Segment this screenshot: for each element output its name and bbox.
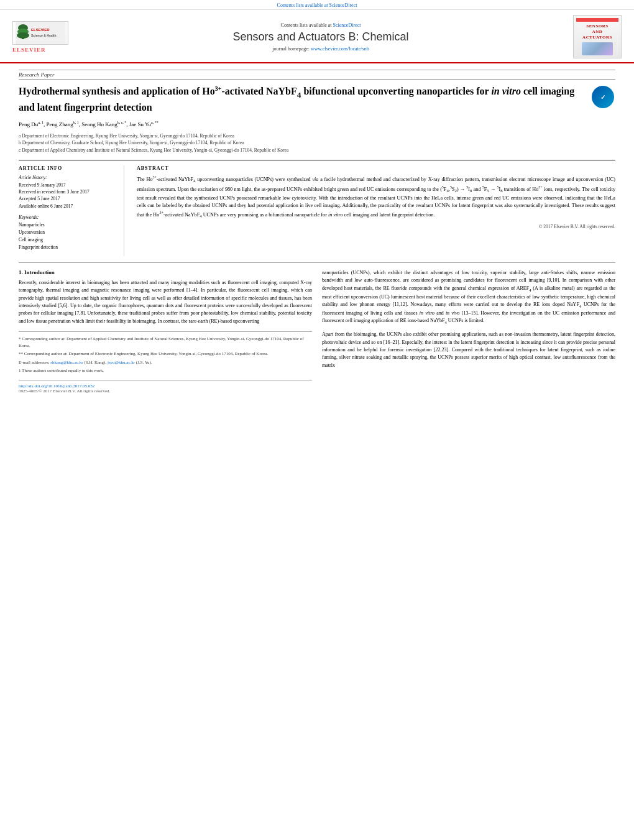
intro-paragraph-2: nanoparticles (UCNPs), which exhibit the… — [322, 269, 615, 326]
research-paper-label: Research Paper — [19, 70, 615, 80]
title-part3: bifunctional upconverting nanoparticles … — [301, 86, 491, 96]
title-part2: -activated NaYbF — [221, 86, 296, 96]
article-title: Hydrothermal synthesis and application o… — [19, 85, 581, 115]
svg-point-4 — [17, 32, 29, 39]
journal-header: ELSEVIER Science & Health ELSEVIER Conte… — [0, 10, 634, 63]
footnote-equal: 1 These authors contributed equally to t… — [19, 367, 312, 374]
article-info-column: ARTICLE INFO Article history: Received 9… — [19, 165, 124, 256]
article-history-group: Article history: Received 9 January 2017… — [19, 175, 117, 210]
introduction-heading: 1. Introduction — [19, 269, 312, 275]
keyword-1: Nanoparticles — [19, 221, 117, 229]
abstract-column: ABSTRACT The Ho3+-activated NaYbF4 upcon… — [137, 165, 615, 256]
keywords-list: Nanoparticles Upconversion Cell imaging … — [19, 221, 117, 251]
history-heading: Article history: — [19, 175, 117, 180]
affiliations: a Department of Electronic Engineering, … — [19, 132, 615, 154]
contents-line: Contents lists available at ScienceDirec… — [81, 22, 561, 28]
article-title-section: Hydrothermal synthesis and application o… — [19, 85, 615, 115]
sciencedirect-link[interactable]: ScienceDirect — [329, 2, 357, 8]
logo-image-area — [582, 42, 613, 55]
footnote-email: E-mail addresses: shkang@khu.ac.kr (S.H.… — [19, 359, 312, 366]
main-content: Research Paper Hydrothermal synthesis an… — [0, 63, 634, 400]
copyright-line: © 2017 Elsevier B.V. All rights reserved… — [137, 224, 615, 229]
svg-text:Science & Health: Science & Health — [31, 34, 57, 37]
title-sup: 3+ — [215, 85, 222, 92]
elsevier-logo-image: ELSEVIER Science & Health — [12, 21, 68, 45]
available-date: Available online 6 June 2017 — [19, 203, 117, 210]
keywords-heading: Keywords: — [19, 215, 117, 220]
body-two-columns: 1. Introduction Recently, considerable i… — [19, 262, 615, 394]
contents-prefix: Contents lists available at — [281, 22, 333, 28]
sciencedirect-inline[interactable]: ScienceDirect — [333, 22, 361, 28]
accepted-date: Accepted 5 June 2017 — [19, 195, 117, 202]
authors-line: Peng Dua, 1, Peng Zhangb, 1, Seong Ho Ka… — [19, 120, 615, 129]
footnote-bottom: http://dx.doi.org/10.1016/j.snb.2017.05.… — [19, 381, 312, 394]
elsevier-logo: ELSEVIER Science & Health ELSEVIER — [12, 21, 68, 53]
homepage-prefix: journal homepage: — [272, 46, 311, 52]
email-link-1[interactable]: shkang@khu.ac.kr — [50, 360, 83, 365]
body-right-column: nanoparticles (UCNPs), which exhibit the… — [322, 269, 615, 394]
journal-center: Contents lists available at ScienceDirec… — [68, 22, 573, 52]
received-date: Received 9 January 2017 — [19, 182, 117, 188]
crossmark-icon: ✓ — [592, 86, 614, 108]
revised-date: Received in revised form 3 June 2017 — [19, 188, 117, 195]
abstract-heading: ABSTRACT — [137, 165, 615, 171]
crossmark-logo[interactable]: ✓ — [590, 85, 615, 109]
footnote-corresponding2: ** Corresponding author at: Department o… — [19, 351, 312, 358]
keyword-2: Upconversion — [19, 229, 117, 236]
issn-line: 0925-4005/© 2017 Elsevier B.V. All right… — [19, 389, 312, 394]
top-bar: Contents lists available at ScienceDirec… — [0, 0, 634, 10]
intro-paragraph-1: Recently, considerable interest in bioim… — [19, 279, 312, 325]
article-info-abstract-section: ARTICLE INFO Article history: Received 9… — [19, 160, 615, 256]
homepage-url[interactable]: www.elsevier.com/locate/snb — [311, 46, 369, 52]
logo-brand: SENSORS AND ACTUATORS — [582, 24, 612, 40]
title-part1: Hydrothermal synthesis and application o… — [19, 86, 215, 96]
logo-top-bar — [576, 18, 618, 22]
keywords-group: Keywords: Nanoparticles Upconversion Cel… — [19, 215, 117, 251]
journal-title: Sensors and Actuators B: Chemical — [81, 30, 561, 44]
keyword-3: Cell imaging — [19, 236, 117, 244]
svg-text:ELSEVIER: ELSEVIER — [31, 28, 50, 32]
email-link-2[interactable]: jsyu@khu.ac.kr — [108, 360, 135, 365]
affiliation-a: a Department of Electronic Engineering, … — [19, 132, 615, 139]
sensors-actuators-logo: SENSORS AND ACTUATORS — [573, 15, 622, 58]
footnotes-section: * Corresponding author at: Department of… — [19, 331, 312, 374]
homepage-line: journal homepage: www.elsevier.com/locat… — [81, 46, 561, 52]
intro-paragraph-3: Apart from the bioimaging, the UCNPs als… — [322, 331, 615, 369]
affiliation-c: c Department of Applied Chemistry and In… — [19, 147, 615, 154]
body-left-column: 1. Introduction Recently, considerable i… — [19, 269, 312, 394]
contents-text: Contents lists available at — [277, 2, 329, 8]
elsevier-label: ELSEVIER — [12, 47, 46, 53]
article-info-heading: ARTICLE INFO — [19, 165, 117, 171]
footnote-corresponding1: * Corresponding author at: Department of… — [19, 336, 312, 349]
affiliation-b: b Department of Chemistry, Graduate Scho… — [19, 139, 615, 146]
doi-link[interactable]: http://dx.doi.org/10.1016/j.snb.2017.05.… — [19, 384, 312, 389]
title-italic: in vitro — [491, 86, 521, 96]
abstract-text: The Ho3+-activated NaYbF4 upconverting n… — [137, 175, 615, 220]
keyword-4: Fingerprint detection — [19, 244, 117, 251]
